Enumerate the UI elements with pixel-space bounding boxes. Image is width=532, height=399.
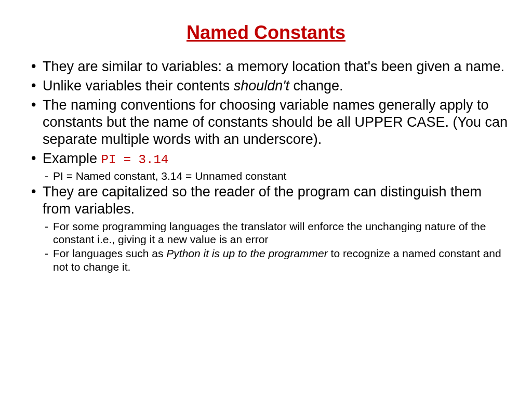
slide: Named Constants They are similar to vari…: [0, 22, 532, 399]
bullet-4-sub: PI = Named constant, 3.14 = Unnamed cons…: [31, 169, 511, 182]
bullet-3: The naming conventions for choosing vari…: [31, 97, 511, 148]
bullet-5-sub1: For some programming languages the trans…: [31, 220, 511, 246]
slide-title: Named Constants: [0, 22, 532, 44]
bullet-5-sub2-pre: For languages such as: [53, 247, 166, 259]
bullet-4-code: PI = 3.14: [101, 153, 169, 167]
bullet-2-em: shouldn't: [234, 78, 289, 94]
bullet-2-post: change.: [289, 78, 343, 94]
bullet-4: Example PI = 3.14: [31, 150, 511, 167]
bullet-5-sub2: For languages such as Python it is up to…: [31, 247, 511, 273]
bullet-5-sub2-em: Python it is up to the programmer: [166, 247, 327, 259]
bullet-5: They are capitalized so the reader of th…: [31, 183, 511, 218]
slide-content: They are similar to variables: a memory …: [0, 58, 532, 273]
bullet-2-pre: Unlike variables their contents: [43, 78, 234, 94]
bullet-1: They are similar to variables: a memory …: [31, 58, 511, 75]
bullet-4-label: Example: [43, 151, 101, 166]
bullet-2: Unlike variables their contents shouldn'…: [31, 77, 511, 95]
